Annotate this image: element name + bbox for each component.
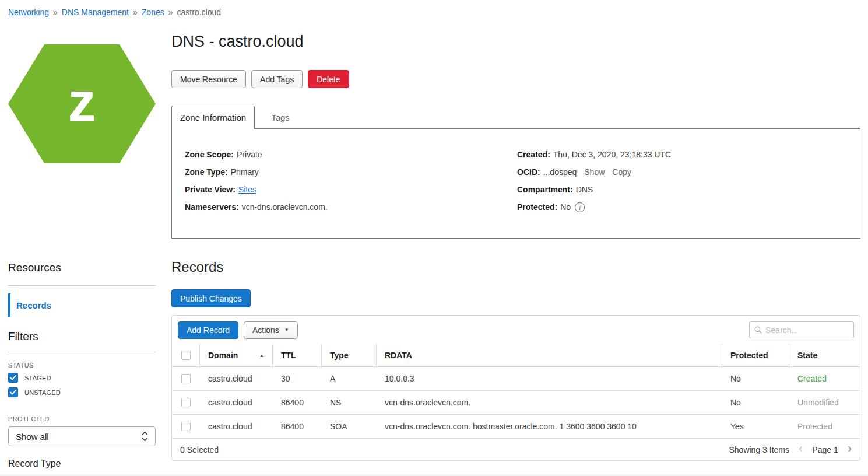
publish-changes-button[interactable]: Publish Changes (171, 289, 251, 307)
zone-information-panel: Zone Scope: Private Zone Type: Primary P… (171, 128, 860, 239)
ocid-show-link[interactable]: Show (584, 167, 605, 177)
divider (8, 352, 156, 352)
row-checkbox[interactable] (181, 398, 191, 407)
unstaged-checkbox-row[interactable]: UNSTAGED (8, 387, 61, 397)
header-rdata: RDATA (377, 344, 722, 366)
filters-title: Filters (8, 330, 38, 343)
cell-ttl: 86400 (273, 422, 322, 431)
row-checkbox[interactable] (181, 422, 191, 431)
dns-zone-page: Networking » DNS Management » Zones » ca… (0, 0, 868, 476)
zone-scope-row: Zone Scope: Private (185, 150, 328, 167)
breadcrumb-separator: » (53, 8, 58, 17)
records-table-card: Add Record Actions ▼ Domain ▲ TTL (171, 315, 860, 461)
cell-state: Created (789, 374, 860, 383)
cell-state: Protected (789, 422, 860, 431)
ocid-value: ...dospeq (543, 167, 577, 177)
protected-filter-select-value: Show all (16, 432, 49, 442)
breadcrumb-networking[interactable]: Networking (8, 8, 49, 17)
protected-filter-label: PROTECTED (8, 415, 50, 422)
cell-rdata: vcn-dns.oraclevcn.com. (377, 398, 722, 407)
header-domain[interactable]: Domain ▲ (200, 344, 273, 366)
status-filter-label: STATUS (8, 362, 34, 369)
cell-protected: No (722, 398, 789, 407)
protected-filter-select[interactable]: Show all (8, 426, 156, 446)
cell-state: Unmodified (789, 398, 860, 407)
record-type-title: Record Type (8, 459, 61, 469)
created-row: Created: Thu, Dec 3, 2020, 23:18:33 UTC (517, 150, 671, 167)
zone-scope-value: Private (237, 150, 262, 159)
cell-protected: Yes (722, 422, 789, 431)
zone-info-right-column: Created: Thu, Dec 3, 2020, 23:18:33 UTC … (517, 150, 671, 220)
table-row: castro.cloud 30 A 10.0.0.3 No Created (172, 367, 860, 391)
cell-rdata: vcn-dns.oraclevcn.com. hostmaster.oracle… (377, 422, 722, 431)
records-heading: Records (171, 259, 223, 275)
records-table-header: Domain ▲ TTL Type RDATA Protected State (172, 344, 860, 367)
sidebar-item-records-label: Records (16, 300, 51, 310)
search-input[interactable] (765, 326, 849, 335)
selected-count: 0 Selected (180, 445, 219, 454)
ocid-copy-link[interactable]: Copy (612, 167, 631, 177)
cell-domain: castro.cloud (200, 374, 273, 383)
ocid-row: OCID: ...dospeq Show Copy (517, 167, 671, 185)
compartment-row: Compartment: DNS (517, 185, 671, 202)
protected-row: Protected: No i (517, 202, 671, 220)
cell-ttl: 30 (273, 374, 322, 383)
breadcrumb-separator: » (168, 8, 173, 17)
records-table-footer: 0 Selected Showing 3 Items ‹ Page 1 › (172, 439, 860, 460)
staged-checkbox[interactable] (8, 373, 18, 383)
header-ttl: TTL (273, 344, 322, 366)
page-next-icon[interactable]: › (848, 442, 852, 457)
delete-button[interactable]: Delete (308, 70, 349, 88)
select-all-checkbox[interactable] (181, 351, 191, 360)
actions-dropdown-button[interactable]: Actions ▼ (244, 321, 298, 339)
breadcrumb-zones[interactable]: Zones (142, 8, 164, 17)
zone-hexagon-icon: z (8, 40, 156, 168)
cell-protected: No (722, 374, 789, 383)
table-row: castro.cloud 86400 NS vcn-dns.oraclevcn.… (172, 391, 860, 415)
cell-ttl: 86400 (273, 398, 322, 407)
nameservers-value: vcn-dns.oraclevcn.com. (242, 202, 328, 212)
search-icon (754, 326, 762, 334)
cell-rdata: 10.0.0.3 (377, 374, 722, 383)
page-indicator: Page 1 (812, 445, 838, 454)
records-toolbar: Add Record Actions ▼ (172, 316, 860, 344)
showing-items-count: Showing 3 Items (729, 445, 789, 454)
select-all-cell (172, 344, 200, 366)
breadcrumb-dns-management[interactable]: DNS Management (62, 8, 129, 17)
zone-action-buttons: Move Resource Add Tags Delete (171, 70, 349, 88)
move-resource-button[interactable]: Move Resource (171, 70, 246, 88)
zone-info-left-column: Zone Scope: Private Zone Type: Primary P… (185, 150, 328, 220)
page-prev-icon[interactable]: ‹ (799, 442, 803, 457)
zone-type-value: Primary (231, 167, 259, 177)
zone-letter: z (8, 40, 156, 168)
table-row: castro.cloud 86400 SOA vcn-dns.oraclevcn… (172, 415, 860, 439)
protected-value: No (560, 202, 571, 212)
unstaged-checkbox-label: UNSTAGED (24, 389, 61, 396)
created-value: Thu, Dec 3, 2020, 23:18:33 UTC (553, 150, 671, 159)
compartment-value: DNS (576, 185, 593, 194)
add-tags-button[interactable]: Add Tags (251, 70, 303, 88)
tab-tags[interactable]: Tags (255, 106, 306, 129)
bottom-divider (0, 474, 868, 476)
info-icon[interactable]: i (575, 202, 585, 212)
divider (8, 285, 156, 286)
breadcrumb: Networking » DNS Management » Zones » ca… (8, 8, 221, 17)
add-record-button[interactable]: Add Record (178, 321, 238, 339)
private-view-link[interactable]: Sites (238, 185, 256, 194)
row-checkbox[interactable] (181, 374, 191, 383)
header-type: Type (322, 344, 377, 366)
zone-type-row: Zone Type: Primary (185, 167, 328, 185)
records-search (749, 321, 854, 338)
cell-domain: castro.cloud (200, 422, 273, 431)
select-updown-icon (142, 431, 148, 442)
unstaged-checkbox[interactable] (8, 387, 18, 397)
resources-title: Resources (8, 261, 61, 274)
zone-tabs: Zone Information Tags (171, 106, 306, 129)
breadcrumb-current-zone: castro.cloud (177, 8, 221, 17)
nameservers-row: Nameservers: vcn-dns.oraclevcn.com. (185, 202, 328, 220)
header-protected: Protected (722, 344, 789, 366)
sidebar-item-records[interactable]: Records (8, 293, 156, 317)
staged-checkbox-row[interactable]: STAGED (8, 373, 51, 383)
tab-zone-information[interactable]: Zone Information (171, 106, 255, 129)
sort-asc-icon: ▲ (259, 353, 264, 358)
